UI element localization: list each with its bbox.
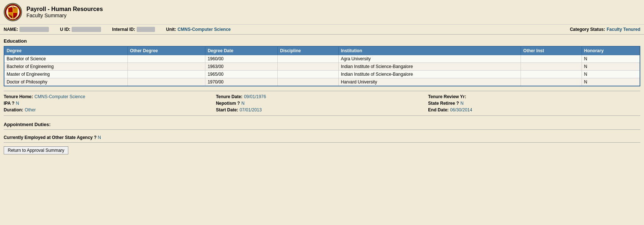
internal-id-label: Internal ID: (112, 27, 135, 32)
ipa-label: IPA ? (4, 101, 14, 106)
start-date-row: Start Date: 07/01/2013 (216, 107, 428, 113)
name-value (19, 27, 49, 32)
tenure-home-row: Tenure Home: CMNS-Computer Science (4, 94, 216, 99)
return-approval-button[interactable]: Return to Approval Summary (4, 146, 68, 154)
name-label: NAME: (4, 27, 18, 32)
col-other-inst: Other Inst (521, 46, 582, 55)
footer-actions: Return to Approval Summary (4, 146, 640, 154)
unit-label: Unit: (166, 27, 176, 32)
tenure-home-label: Tenure Home: (4, 94, 33, 99)
tenure-date-row: Tenure Date: 09/01/1976 (216, 94, 428, 99)
table-row: Master of Engineering1965/00Indian Insti… (4, 71, 640, 78)
uid-item: U ID: (60, 27, 101, 32)
internal-id-value (137, 27, 155, 32)
tenure-details-section: Tenure Home: CMNS-Computer Science Tenur… (4, 91, 640, 116)
col-discipline: Discipline (278, 46, 338, 55)
state-retiree-label: State Retiree ? (428, 101, 459, 106)
appointment-section: Appointment Duties: (4, 119, 640, 130)
employed-value: N (98, 135, 101, 140)
col-honorary: Honorary (582, 46, 640, 55)
employed-section: Currently Employed at Other State Agency… (4, 133, 640, 143)
nepotism-label: Nepotism ? (216, 101, 240, 106)
education-title: Education (4, 38, 640, 44)
uid-label: U ID: (60, 27, 70, 32)
end-date-label: End Date: (428, 107, 449, 113)
app-title-sub: Faculty Summary (26, 12, 103, 18)
tenure-home-value: CMNS-Computer Science (35, 94, 85, 99)
col-other-degree: Other Degree (127, 46, 205, 55)
university-logo: UNIVERSITY MARYLAND (4, 3, 22, 21)
nepotism-value: N (241, 101, 245, 106)
end-date-row: End Date: 06/30/2014 (428, 107, 640, 113)
duration-label: Duration: (4, 107, 23, 113)
header: UNIVERSITY MARYLAND Payroll - Human Reso… (0, 0, 644, 25)
main-content: Education Degree Other Degree Degree Dat… (0, 35, 644, 158)
ipa-value: N (16, 101, 19, 106)
logo-area: UNIVERSITY MARYLAND (4, 3, 22, 21)
state-retiree-value: N (460, 101, 464, 106)
ipa-row: IPA ? N (4, 101, 216, 106)
state-retiree-row: State Retiree ? N (428, 101, 640, 106)
nepotism-row: Nepotism ? N (216, 101, 428, 106)
table-row: Bachelor of Engineering1963/00Indian Ins… (4, 63, 640, 71)
svg-text:MARYLAND: MARYLAND (10, 18, 16, 19)
start-date-label: Start Date: (216, 107, 238, 113)
duration-row: Duration: Other (4, 107, 216, 113)
unit-item: Unit: CMNS-Computer Science (166, 27, 231, 32)
tenure-review-label: Tenure Review Yr: (428, 94, 466, 99)
internal-id-item: Internal ID: (112, 27, 155, 32)
category-label: Category Status: (570, 27, 605, 32)
unit-value: CMNS-Computer Science (177, 27, 231, 32)
employed-label: Currently Employed at Other State Agency… (4, 135, 97, 140)
tenure-date-value: 09/01/1976 (244, 94, 266, 99)
col-degree-date: Degree Date (205, 46, 278, 55)
col-institution: Institution (338, 46, 521, 55)
name-item: NAME: (4, 27, 49, 32)
start-date-value: 07/01/2013 (240, 107, 262, 113)
info-bar: NAME: U ID: Internal ID: Unit: CMNS-Comp… (0, 25, 644, 35)
duration-value: Other (25, 107, 36, 113)
app-title-main: Payroll - Human Resources (26, 6, 103, 12)
education-table: Degree Other Degree Degree Date Discipli… (4, 46, 640, 86)
uid-value (72, 27, 101, 32)
col-degree: Degree (4, 46, 127, 55)
tenure-date-label: Tenure Date: (216, 94, 242, 99)
category-value: Faculty Tenured (607, 27, 640, 32)
app-title: Payroll - Human Resources Faculty Summar… (26, 6, 103, 18)
appointment-title: Appointment Duties: (4, 122, 51, 127)
table-row: Doctor of Philosophy1970/00Harvard Unive… (4, 78, 640, 86)
end-date-value: 06/30/2014 (450, 107, 472, 113)
tenure-review-row: Tenure Review Yr: (428, 94, 640, 99)
table-row: Bachelor of Science1960/00Agra Universit… (4, 55, 640, 63)
category-item: Category Status: Faculty Tenured (570, 27, 640, 32)
svg-text:UNIVERSITY: UNIVERSITY (9, 6, 17, 8)
details-grid: Tenure Home: CMNS-Computer Science Tenur… (4, 94, 640, 113)
